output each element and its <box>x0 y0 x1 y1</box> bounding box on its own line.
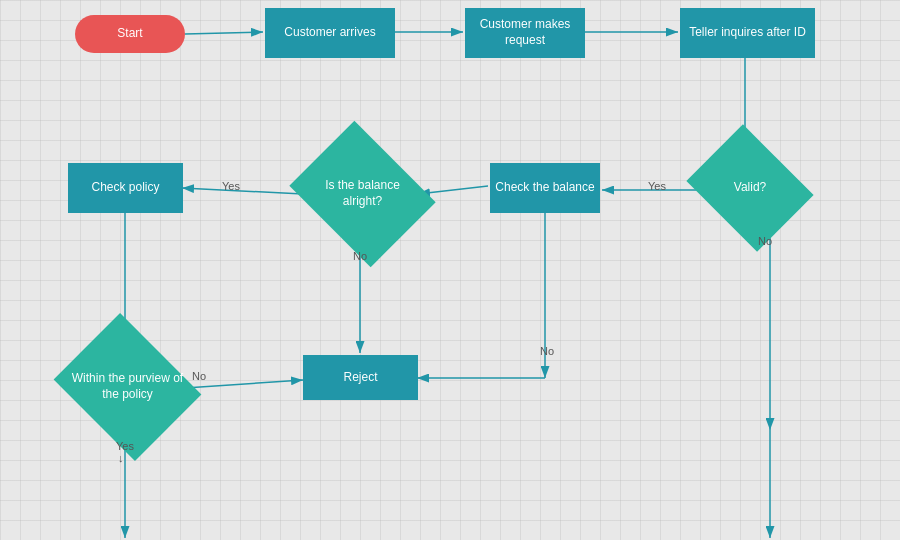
customer-request-node: Customer makes request <box>465 8 585 58</box>
down-arrow-label: ↓ <box>118 452 124 464</box>
yes-label-1: Yes <box>648 180 666 192</box>
valid-diamond: Valid? <box>700 148 800 228</box>
check-policy-node: Check policy <box>68 163 183 213</box>
teller-inquires-node: Teller inquires after ID <box>680 8 815 58</box>
no-label-4: No <box>758 235 772 247</box>
no-label-3: No <box>540 345 554 357</box>
no-label-2: No <box>192 370 206 382</box>
start-node: Start <box>75 15 185 53</box>
check-balance-node: Check the balance <box>490 163 600 213</box>
svg-line-2 <box>185 32 263 34</box>
yes-label-2: Yes <box>222 180 240 192</box>
reject-node: Reject <box>303 355 418 400</box>
svg-line-7 <box>418 186 488 194</box>
no-label-1: No <box>353 250 367 262</box>
yes-label-3: Yes <box>116 440 134 452</box>
customer-arrives-node: Customer arrives <box>265 8 395 58</box>
within-purview-diamond: Within the purview of the policy <box>70 340 185 434</box>
balance-alright-diamond: Is the balance alright? <box>305 148 420 240</box>
flowchart: Start Customer arrives Customer makes re… <box>0 0 900 540</box>
svg-line-8 <box>182 188 303 194</box>
